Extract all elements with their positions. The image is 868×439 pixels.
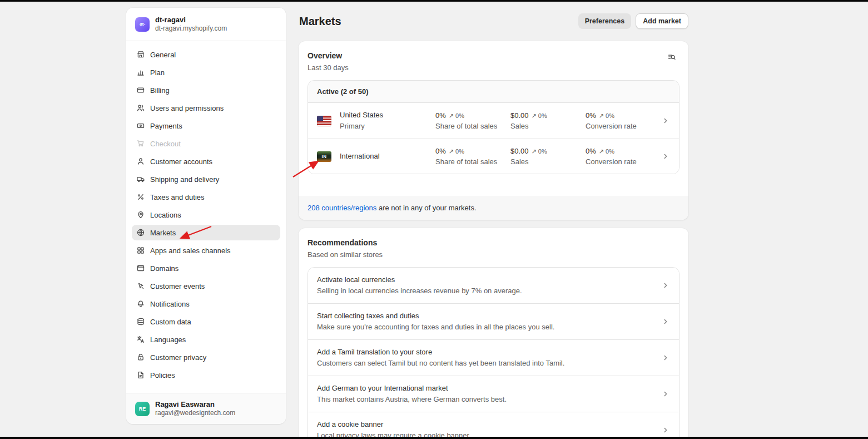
recommendation-description: Selling in local currencies increases re… (317, 285, 661, 297)
trend-up-indicator: ↗ 0% (599, 148, 614, 155)
recommendation-description: Make sure you're accounting for taxes an… (317, 322, 661, 333)
stat-value: 0% (586, 110, 596, 121)
sidebar-item-label: Policies (150, 371, 175, 379)
market-stat: $0.00↗ 0%Sales (510, 110, 586, 131)
recommendation-text: Add a Tamil translation to your storeCus… (317, 347, 661, 369)
sidebar-item-apps-and-sales-channels[interactable]: Apps and sales channels (132, 243, 280, 258)
stat-label: Conversion rate (586, 121, 661, 131)
sidebar-item-label: Domains (150, 264, 178, 273)
window-icon (136, 264, 145, 273)
user-footer[interactable]: RE Ragavi Easwaran ragavi@wedesigntech.c… (126, 393, 286, 424)
market-stat: 0%↗ 0%Share of total sales (435, 146, 510, 167)
cart-icon (136, 139, 145, 148)
overview-title: Overview (307, 50, 349, 61)
sidebar-item-label: Checkout (150, 140, 181, 148)
overview-card-head: Overview Last 30 days (307, 50, 679, 73)
sidebar-item-locations[interactable]: Locations (132, 207, 280, 223)
sidebar-item-policies[interactable]: Policies (132, 367, 280, 383)
market-subtitle: Primary (340, 121, 435, 132)
overview-subtitle: Last 30 days (307, 62, 349, 73)
sidebar-item-label: Shipping and delivery (150, 175, 219, 184)
sidebar-item-label: Customer privacy (150, 353, 206, 362)
sidebar-item-label: Customer events (150, 282, 205, 290)
market-row[interactable]: INInternational0%↗ 0%Share of total sale… (308, 139, 679, 174)
market-row[interactable]: United StatesPrimary0%↗ 0%Share of total… (308, 103, 679, 139)
recommendations-list: Activate local currenciesSelling in loca… (307, 267, 679, 439)
market-stat: $0.00↗ 0%Sales (510, 146, 586, 167)
stat-label: Share of total sales (435, 121, 510, 131)
sidebar-item-users-and-permissions[interactable]: Users and permissions (132, 100, 280, 116)
store-header[interactable]: dt- dt-ragavi dt-ragavi.myshopify.com (126, 8, 286, 41)
recommendation-item[interactable]: Activate local currenciesSelling in loca… (308, 268, 679, 304)
truck-icon (136, 175, 145, 184)
grid-icon (136, 246, 145, 255)
pin-icon (136, 210, 145, 219)
translate-icon (136, 335, 145, 344)
settings-nav: GeneralPlanBillingUsers and permissionsP… (126, 41, 286, 387)
chevron-right-icon (661, 281, 670, 290)
market-name-col: International (340, 151, 435, 162)
payments-icon (136, 121, 145, 130)
store-avatar: dt- (135, 17, 150, 32)
store-name: dt-ragavi (155, 16, 227, 24)
recommendation-item[interactable]: Add a cookie bannerLocal privacy laws ma… (308, 412, 679, 439)
store-info: dt-ragavi dt-ragavi.myshopify.com (155, 16, 227, 33)
store-domain: dt-ragavi.myshopify.com (155, 24, 227, 33)
users-icon (136, 103, 145, 112)
sidebar-item-languages[interactable]: Languages (132, 332, 280, 347)
stat-value: $0.00 (510, 110, 529, 121)
add-market-button[interactable]: Add market (636, 13, 688, 29)
sidebar-item-customer-privacy[interactable]: Customer privacy (132, 349, 280, 365)
sidebar-item-notifications[interactable]: Notifications (132, 296, 280, 312)
stat-label: Sales (510, 157, 586, 167)
countries-regions-link[interactable]: 208 countries/regions (307, 204, 376, 212)
sidebar-item-domains[interactable]: Domains (132, 260, 280, 276)
percent-icon (136, 193, 145, 201)
overview-footer: 208 countries/regions are not in any of … (299, 196, 688, 220)
sidebar-item-label: Payments (150, 122, 182, 130)
active-markets-box: Active (2 of 50) United StatesPrimary0%↗… (307, 80, 679, 174)
market-stat: 0%↗ 0%Conversion rate (586, 110, 661, 131)
trend-up-indicator: ↗ 0% (449, 148, 464, 155)
chevron-right-icon (661, 317, 670, 326)
header-buttons: Preferences Add market (578, 13, 688, 29)
sidebar-item-label: Custom data (150, 318, 191, 326)
sidebar-item-shipping-and-delivery[interactable]: Shipping and delivery (132, 171, 280, 187)
stat-value: $0.00 (510, 146, 529, 157)
market-stat: 0%↗ 0%Conversion rate (586, 146, 661, 167)
sidebar-item-label: Users and permissions (150, 104, 224, 112)
market-name-col: United StatesPrimary (340, 110, 435, 132)
sidebar-item-label: Notifications (150, 300, 190, 308)
sidebar-item-plan[interactable]: Plan (132, 65, 280, 80)
user-avatar: RE (135, 402, 150, 416)
preferences-button[interactable]: Preferences (578, 13, 632, 29)
sidebar-item-customer-events[interactable]: Customer events (132, 278, 280, 294)
recommendation-item[interactable]: Add a Tamil translation to your storeCus… (308, 340, 679, 376)
stat-value: 0% (435, 146, 446, 157)
recommendation-text: Add German to your International marketT… (317, 383, 661, 405)
user-info: Ragavi Easwaran ragavi@wedesigntech.com (155, 400, 235, 417)
recommendation-item[interactable]: Add German to your International marketT… (308, 376, 679, 412)
window-chrome-bottom (0, 437, 868, 439)
sidebar-item-markets[interactable]: Markets (132, 225, 280, 240)
recommendations-card: Recommendations Based on similar stores … (299, 228, 688, 439)
stat-label: Conversion rate (586, 157, 661, 167)
market-name: United States (340, 110, 435, 121)
sidebar-item-taxes-and-duties[interactable]: Taxes and duties (132, 189, 280, 205)
recommendation-item[interactable]: Start collecting taxes and dutiesMake su… (308, 304, 679, 340)
billing-icon (136, 86, 145, 95)
sidebar-item-customer-accounts[interactable]: Customer accounts (132, 154, 280, 169)
market-name: International (340, 151, 435, 162)
sidebar-item-label: General (150, 51, 176, 59)
trend-up-indicator: ↗ 0% (532, 112, 547, 120)
stat-value: 0% (586, 146, 596, 157)
sidebar-item-general[interactable]: General (132, 47, 280, 62)
sidebar-item-custom-data[interactable]: Custom data (132, 314, 280, 329)
in-flag-icon: IN (317, 151, 331, 162)
recommendation-title: Start collecting taxes and duties (317, 310, 661, 322)
search-markets-button[interactable] (664, 50, 679, 66)
sidebar-item-billing[interactable]: Billing (132, 82, 280, 98)
sidebar-item-payments[interactable]: Payments (132, 118, 280, 134)
recommendations-card-head: Recommendations Based on similar stores (307, 237, 679, 260)
active-markets-list: United StatesPrimary0%↗ 0%Share of total… (308, 103, 679, 174)
